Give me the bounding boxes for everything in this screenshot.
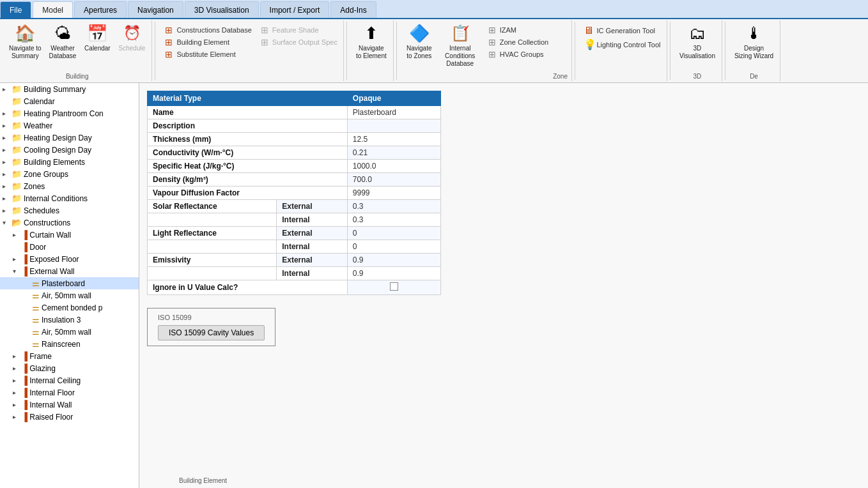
tab-navigation[interactable]: Navigation: [128, 1, 183, 18]
value-thickness[interactable]: 12.5: [347, 133, 440, 146]
weather-database-button[interactable]: 🌤 WeatherDatabase: [47, 22, 79, 61]
value-ignore-u-value[interactable]: [347, 280, 440, 295]
tree-item-zones[interactable]: ▸ 📁 Zones: [0, 180, 139, 192]
tree-item-heating-design-day[interactable]: ▸ 📁 Heating Design Day: [0, 132, 139, 144]
navigate-summary-button[interactable]: 🏠 Navigate toSummary: [6, 22, 44, 61]
value-description[interactable]: [347, 119, 440, 133]
ic-generation-icon: 🖥: [584, 25, 594, 36]
tree-item-door[interactable]: ▐ Door: [0, 241, 139, 253]
lighting-control-tool-button[interactable]: 💡 Lighting Control Tool: [582, 38, 662, 51]
ribbon-group-tools: 🖥 IC Generation Tool 💡 Lighting Control …: [578, 20, 667, 81]
tree-item-cooling-design-day[interactable]: ▸ 📁 Cooling Design Day: [0, 144, 139, 156]
label-solar-reflectance: Solar Reflectance: [148, 200, 277, 213]
folder-icon-weather: 📁: [12, 121, 22, 130]
tree-item-schedules[interactable]: ▸ 📁 Schedules: [0, 204, 139, 217]
tab-add-ins[interactable]: Add-Ins: [330, 1, 376, 18]
internal-conditions-db-button[interactable]: 📋✓ Internal ConditionsDatabase: [438, 22, 483, 69]
value-light-external[interactable]: 0: [347, 227, 440, 240]
tree-item-calendar[interactable]: 📁 Calendar: [0, 95, 139, 107]
feature-shade-button[interactable]: ⊞ Feature Shade: [258, 24, 339, 36]
surface-output-icon: ⊞: [260, 37, 270, 47]
glazing-icon: ▐: [22, 363, 27, 373]
design-sizing-icon: 🌡: [744, 23, 764, 43]
substitute-element-button[interactable]: ⊞ Substitute Element: [162, 49, 253, 60]
tree-item-constructions[interactable]: ▾ 📂 Constructions: [0, 217, 139, 229]
value-solar-internal[interactable]: 0.3: [347, 213, 440, 227]
building-element-button[interactable]: ⊞ Building Element: [162, 36, 253, 48]
value-name[interactable]: Plasterboard: [347, 106, 440, 119]
tree-panel: ▸ 📁 Building Summary 📁 Calendar ▸ 📁 Heat…: [0, 83, 139, 488]
tree-item-raised-floor[interactable]: ▸ ▐ Raised Floor: [0, 411, 139, 423]
tree-item-zone-groups[interactable]: ▸ 📁 Zone Groups: [0, 168, 139, 180]
value-emissivity-external[interactable]: 0.9: [347, 254, 440, 267]
label-light-empty: [148, 240, 277, 254]
value-specific-heat[interactable]: 1000.0: [347, 160, 440, 173]
sep4: [575, 22, 575, 80]
calendar-icon: 📅: [87, 23, 107, 43]
row-specific-heat: Specific Heat (J/kg·°C) 1000.0: [148, 160, 441, 173]
tab-apertures[interactable]: Apertures: [74, 1, 127, 18]
izam-button[interactable]: ⊞ IZAM: [485, 24, 550, 36]
tree-item-plasterboard[interactable]: ⚌ Plasterboard: [0, 277, 139, 289]
tree-item-internal-ceiling[interactable]: ▸ ▐ Internal Ceiling: [0, 374, 139, 386]
tree-item-air-50mm[interactable]: ⚌ Air, 50mm wall: [0, 289, 139, 301]
tab-import-export[interactable]: Import / Export: [260, 1, 330, 18]
tree-item-exposed-floor[interactable]: ▸ ▐ Exposed Floor: [0, 253, 139, 265]
tree-item-internal-floor[interactable]: ▸ ▐ Internal Floor: [0, 386, 139, 399]
tree-item-frame[interactable]: ▸ ▐ Frame: [0, 350, 139, 362]
tab-model[interactable]: Model: [33, 1, 73, 18]
ribbon-group-design: 🌡 DesignSizing Wizard De: [728, 20, 780, 81]
design-sizing-wizard-button[interactable]: 🌡 DesignSizing Wizard: [732, 22, 776, 61]
zone-group-label: Zone: [553, 72, 568, 80]
tab-3d-visualisation[interactable]: 3D Visualisation: [185, 1, 259, 18]
value-density[interactable]: 700.0: [347, 173, 440, 187]
calendar-button[interactable]: 📅 Calendar: [81, 22, 113, 54]
schedule-button[interactable]: ⏰ Schedule: [116, 22, 148, 54]
tree-item-heating-plantroom[interactable]: ▸ 📁 Heating Plantroom Con: [0, 107, 139, 119]
internal-conditions-icon: 📋✓: [450, 23, 470, 43]
tree-item-building-summary[interactable]: ▸ 📁 Building Summary: [0, 83, 139, 95]
ic-generation-tool-button[interactable]: 🖥 IC Generation Tool: [582, 24, 662, 37]
navigate-summary-label: Navigate toSummary: [9, 45, 42, 60]
building-element-group-label: Building Element: [179, 476, 227, 484]
weather-icon: 🌤: [52, 23, 73, 43]
tree-item-cement-bonded[interactable]: ⚌ Cement bonded p: [0, 301, 139, 314]
tab-file[interactable]: File: [0, 1, 31, 18]
design-sizing-label: DesignSizing Wizard: [734, 45, 773, 60]
iso-15099-box: ISO 15099 ISO 15099 Cavity Values: [147, 308, 275, 346]
tree-item-weather[interactable]: ▸ 📁 Weather: [0, 119, 139, 132]
value-conductivity[interactable]: 0.21: [347, 146, 440, 160]
label-emissivity-empty: [148, 267, 277, 280]
tree-item-internal-wall[interactable]: ▸ ▐ Internal Wall: [0, 399, 139, 411]
calendar-label: Calendar: [84, 45, 111, 52]
row-name: Name Plasterboard: [148, 106, 441, 119]
door-icon: ▐: [22, 242, 27, 252]
navigate-zones-button[interactable]: 🔷 Navigateto Zones: [403, 22, 435, 61]
iso-cavity-values-button[interactable]: ISO 15099 Cavity Values: [158, 325, 265, 340]
zone-collection-button[interactable]: ⊞ Zone Collection: [485, 36, 550, 48]
value-vapour[interactable]: 9999: [347, 187, 440, 200]
tree-item-glazing[interactable]: ▸ ▐ Glazing: [0, 362, 139, 374]
3d-visualisation-button[interactable]: 🗂 3DVisualisation: [677, 22, 718, 61]
tree-item-rainscreen[interactable]: ⚌ Rainscreen: [0, 338, 139, 350]
tree-item-internal-conditions[interactable]: ▸ 📁 Internal Conditions: [0, 192, 139, 204]
tree-item-air-50mm-2[interactable]: ⚌ Air, 50mm wall: [0, 326, 139, 338]
tree-item-insulation-3[interactable]: ⚌ Insulation 3: [0, 314, 139, 326]
tree-item-external-wall[interactable]: ▾ ▐ External Wall: [0, 265, 139, 277]
ignore-u-value-checkbox[interactable]: [390, 282, 398, 291]
constructions-db-icon: ⊞: [164, 25, 174, 35]
value-emissivity-internal[interactable]: 0.9: [347, 267, 440, 280]
content-area: Material Type Opaque Name Plasterboard D…: [139, 83, 868, 488]
tree-item-curtain-wall[interactable]: ▸ ▐ Curtain Wall: [0, 229, 139, 241]
navigate-element-button[interactable]: ⬆ Navigateto Element: [353, 22, 389, 61]
surface-output-button[interactable]: ⊞ Surface Output Spec: [258, 36, 339, 48]
internal-ceiling-icon: ▐: [22, 376, 27, 385]
ribbon-group-zone: 🔷 Navigateto Zones 📋✓ Internal Condition…: [399, 20, 572, 81]
value-solar-external[interactable]: 0.3: [347, 200, 440, 213]
label-vapour: Vapour Diffusion Factor: [148, 187, 348, 200]
label-light-external: External: [277, 227, 348, 240]
tree-item-building-elements[interactable]: ▸ 📁 Building Elements: [0, 156, 139, 168]
hvac-groups-button[interactable]: ⊞ HVAC Groups: [485, 49, 550, 60]
value-light-internal[interactable]: 0: [347, 240, 440, 254]
constructions-database-button[interactable]: ⊞ Constructions Database: [162, 24, 253, 36]
